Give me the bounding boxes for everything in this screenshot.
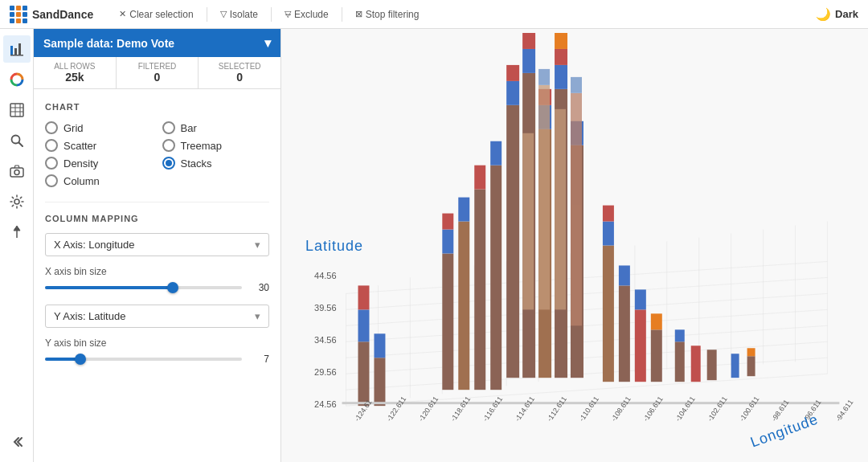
y-bin-slider-row: 7	[45, 354, 269, 365]
sample-data-label: Sample data: Demo Vote	[43, 37, 174, 50]
moon-icon: 🌙	[816, 7, 831, 22]
sidebar-item-pin[interactable]	[3, 219, 31, 246]
radio-circle-bar	[162, 121, 175, 134]
sidebar-item-camera[interactable]	[3, 157, 31, 185]
y-bin-slider-track[interactable]	[45, 358, 242, 361]
main-area: Sample data: Demo Vote ▾ ALL ROWS 25k FI…	[0, 29, 868, 462]
svg-line-22	[346, 277, 828, 309]
radio-label-stacks: Stacks	[181, 157, 212, 170]
svg-line-18	[346, 341, 828, 374]
svg-text:-112.611: -112.611	[546, 395, 569, 423]
panel-scroll: CHART Grid Bar Scatter	[34, 89, 280, 462]
chart-icon	[10, 42, 24, 56]
svg-rect-43	[374, 358, 385, 406]
svg-rect-49	[522, 49, 535, 73]
svg-text:-104.611: -104.611	[674, 395, 697, 423]
svg-rect-89	[571, 77, 582, 93]
svg-rect-62	[442, 214, 453, 230]
radio-label-column: Column	[63, 175, 100, 187]
stats-row: ALL ROWS 25k FILTERED 0 SELECTED 0	[34, 57, 280, 89]
y-bin-value: 7	[250, 354, 269, 365]
radio-scatter[interactable]: Scatter	[45, 139, 153, 152]
svg-rect-60	[442, 253, 453, 390]
svg-rect-64	[458, 198, 469, 222]
x-bin-value: 30	[250, 282, 269, 293]
stat-all-rows: ALL ROWS 25k	[34, 57, 117, 88]
svg-rect-41	[358, 309, 370, 341]
top-bar: SandDance ✕ Clear selection ▽ Isolate ▽̶…	[0, 0, 868, 29]
sidebar-item-table[interactable]	[3, 96, 31, 124]
svg-rect-85	[538, 85, 550, 309]
svg-rect-88	[571, 93, 582, 325]
svg-rect-55	[555, 65, 567, 89]
svg-text:44.56: 44.56	[314, 271, 336, 280]
filtered-value: 0	[120, 71, 195, 84]
svg-text:-106.611: -106.611	[641, 395, 665, 423]
exclude-icon: ▽̶	[285, 9, 291, 19]
all-rows-value: 25k	[37, 71, 113, 84]
pin-icon	[10, 225, 24, 239]
radio-stacks[interactable]: Stacks	[162, 157, 270, 170]
radio-circle-density	[45, 157, 58, 170]
app-logo: SandDance	[10, 6, 93, 23]
isolate-button[interactable]: ▽ Isolate	[214, 6, 264, 23]
radio-label-treemap: Treemap	[181, 140, 223, 152]
svg-rect-5	[10, 104, 23, 117]
sidebar-item-collapse[interactable]	[3, 428, 31, 456]
theme-toggle[interactable]: 🌙 Dark	[816, 7, 858, 22]
sidebar-item-chart[interactable]	[3, 35, 31, 63]
search-icon	[10, 133, 24, 148]
radio-treemap[interactable]: Treemap	[162, 139, 270, 152]
x-bin-slider-track[interactable]	[45, 286, 242, 289]
svg-rect-47	[506, 65, 519, 81]
radio-column[interactable]: Column	[45, 174, 153, 187]
svg-text:-114.611: -114.611	[514, 395, 537, 423]
clear-selection-button[interactable]: ✕ Clear selection	[113, 6, 199, 23]
svg-line-23	[346, 261, 828, 293]
svg-text:-122.611: -122.611	[385, 395, 408, 423]
sample-data-header[interactable]: Sample data: Demo Vote ▾	[34, 29, 280, 57]
x-axis-label: X Axis: Longitude	[54, 239, 134, 251]
svg-rect-87	[555, 109, 566, 310]
radio-circle-scatter	[45, 139, 58, 152]
clear-selection-icon: ✕	[119, 9, 126, 19]
y-bin-slider-thumb[interactable]	[75, 354, 86, 365]
svg-rect-84	[747, 348, 755, 356]
color-icon	[10, 72, 24, 87]
svg-rect-70	[603, 222, 614, 246]
svg-text:-100.611: -100.611	[738, 395, 761, 423]
stop-filtering-button[interactable]: ⊠ Stop filtering	[349, 6, 426, 23]
radio-inner-stacks	[166, 160, 172, 166]
x-axis-chevron: ▾	[255, 239, 260, 251]
clear-selection-label: Clear selection	[129, 9, 193, 20]
x-bin-slider-thumb[interactable]	[167, 282, 178, 293]
svg-rect-56	[555, 49, 567, 65]
y-axis-dropdown[interactable]: Y Axis: Latitude ▾	[45, 305, 269, 328]
radio-density[interactable]: Density	[45, 157, 153, 170]
svg-rect-68	[490, 141, 502, 166]
table-icon	[10, 103, 24, 117]
sidebar-item-settings[interactable]	[3, 188, 31, 215]
x-bin-label: X axis bin size	[45, 266, 269, 277]
svg-rect-2	[18, 43, 21, 55]
svg-rect-67	[490, 166, 502, 390]
radio-label-bar: Bar	[181, 122, 197, 134]
sample-data-chevron: ▾	[264, 35, 271, 51]
sidebar-item-color[interactable]	[3, 66, 31, 93]
exclude-button[interactable]: ▽̶ Exclude	[278, 6, 335, 23]
stat-filtered: FILTERED 0	[117, 57, 199, 88]
isolate-label: Isolate	[230, 9, 258, 20]
svg-rect-0	[10, 46, 13, 55]
sidebar-item-search[interactable]	[3, 127, 31, 154]
radio-circle-grid	[45, 121, 58, 134]
svg-rect-42	[358, 285, 370, 309]
svg-rect-3	[10, 55, 23, 56]
svg-rect-83	[747, 356, 755, 376]
radio-grid[interactable]: Grid	[45, 121, 153, 134]
radio-bar[interactable]: Bar	[162, 121, 270, 134]
svg-rect-57	[555, 33, 567, 49]
exclude-label: Exclude	[294, 9, 329, 20]
svg-text:39.56: 39.56	[314, 303, 336, 313]
svg-line-21	[346, 293, 828, 325]
x-axis-dropdown[interactable]: X Axis: Longitude ▾	[45, 233, 269, 256]
